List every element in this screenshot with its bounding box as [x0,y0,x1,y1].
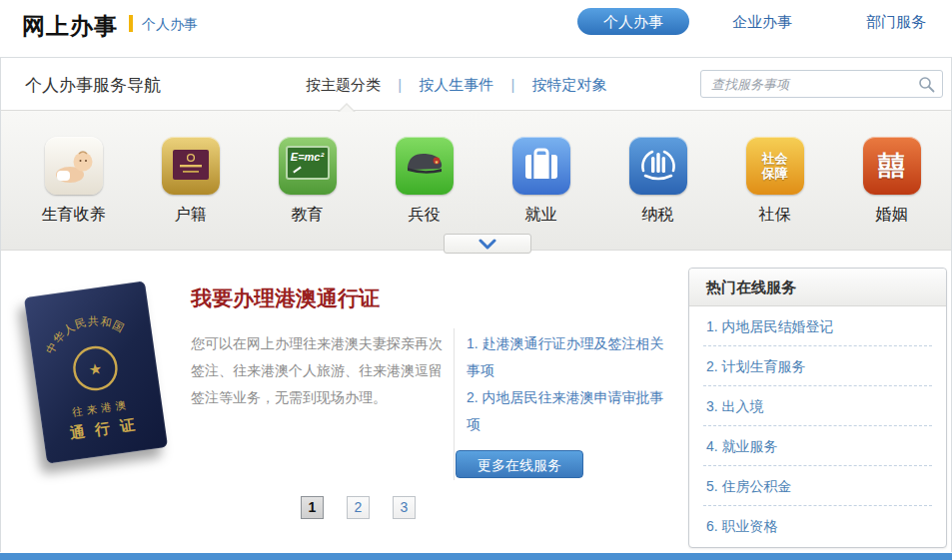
feature-links: 1. 赴港澳通行证办理及签注相关事项 2. 内地居民往来港澳申请审批事项 [467,330,676,438]
category-label: 婚姻 [833,205,950,226]
category-household-register[interactable]: 户籍 [132,137,249,250]
passport-emblem-star: ★ [88,359,104,378]
active-tab-caret [338,103,356,112]
hot-service-link-5[interactable]: 5. 住房公积金 [703,466,932,506]
search-icon[interactable] [918,76,935,93]
category-label: 纳税 [599,205,716,226]
chevron-down-icon [475,239,500,251]
hot-service-link-3[interactable]: 3. 出入境 [703,386,932,426]
category-marriage[interactable]: 囍 婚姻 [833,137,950,250]
hot-service-link-1[interactable]: 1. 内地居民结婚登记 [703,306,932,346]
briefcase-icon [512,137,570,195]
tab-divider: | [398,76,402,93]
tab-by-target-group[interactable]: 按特定对象 [532,76,607,95]
category-birth-adoption[interactable]: 生育收养 [15,137,132,250]
page-button-1[interactable]: 1 [301,496,324,519]
double-happiness-icon: 囍 [863,137,921,195]
passport-line1: 往来港澳 [71,398,130,418]
feature-description: 您可以在网上办理往来港澳夫妻探亲再次签注、往来港澳个人旅游、往来港澳逗留签注等业… [191,330,449,411]
site-title: 网上办事 [22,11,118,42]
category-label: 就业 [482,205,599,226]
carousel-pagination: 1 2 3 [301,496,416,519]
tab-department-services[interactable]: 部门服务 [866,13,926,32]
service-search-box [700,70,943,98]
header: 网上办事 个人办事 个人办事 企业办事 部门服务 [0,0,952,57]
blackboard-icon: E=mc² [279,137,337,195]
collapse-strip-button[interactable] [444,234,531,254]
hot-services-title: 热门在线服务 [689,269,946,306]
tab-by-theme[interactable]: 按主题分类 [306,76,381,95]
double-happiness-glyph: 囍 [863,137,921,195]
tab-divider: | [510,76,514,93]
feature-title: 我要办理港澳通行证 [191,284,380,312]
tab-personal-services[interactable]: 个人办事 [577,8,689,35]
passport-image: 中华人民共和国 ★ 往来港澳 通 行 证 [21,282,181,474]
tab-enterprise-services[interactable]: 企业办事 [732,13,792,32]
vertical-divider [454,328,455,480]
more-online-services-button[interactable]: 更多在线服务 [456,450,583,478]
household-register-icon [162,137,220,195]
hot-service-link-4[interactable]: 4. 就业服务 [703,426,932,466]
passport-line2: 通 行 证 [68,415,139,441]
social-security-icon: 社会保障 [746,137,804,195]
promo-area: 中华人民共和国 ★ 往来港澳 通 行 证 我要办理港澳通行证 您可以在网上办理往… [1,251,951,552]
content-container: 个人办事服务导航 按主题分类 | 按人生事件 | 按特定对象 [0,57,952,552]
page-button-3[interactable]: 3 [393,496,416,519]
hot-service-link-6[interactable]: 6. 职业资格 [703,506,932,546]
category-label: 教育 [249,205,366,226]
category-label: 生育收养 [15,205,132,226]
category-strip: 生育收养 户籍 E=mc² [1,110,951,251]
tax-emblem-icon [629,137,687,195]
feature-link-2[interactable]: 2. 内地居民往来港澳申请审批事项 [467,384,676,438]
feature-link-1[interactable]: 1. 赴港澳通行证办理及签注相关事项 [467,330,676,384]
tab-by-life-event[interactable]: 按人生事件 [419,76,493,95]
formula-text: E=mc² [279,151,337,163]
title-divider-bar [129,15,133,32]
category-label: 户籍 [132,205,249,226]
online-services-page: 网上办事 个人办事 个人办事 企业办事 部门服务 个人办事服务导航 按主题分类 … [0,0,952,560]
current-section-label: 个人办事 [142,16,198,34]
bottom-accent-bar [0,553,952,560]
category-label: 社保 [716,205,833,226]
search-input[interactable] [701,71,913,97]
hot-services-panel: 热门在线服务 1. 内地居民结婚登记 2. 计划生育服务 3. 出入境 4. 就… [688,268,947,548]
service-nav-bar: 个人办事服务导航 按主题分类 | 按人生事件 | 按特定对象 [1,58,951,110]
category-social-security[interactable]: 社会保障 社保 [716,137,833,250]
category-tax[interactable]: 纳税 [599,137,716,250]
hot-service-link-2[interactable]: 2. 计划生育服务 [703,346,932,386]
baby-icon [45,137,103,195]
military-beret-icon: ★ [396,137,454,195]
nav-title: 个人办事服务导航 [25,74,161,97]
svg-text:★: ★ [434,159,439,165]
category-education[interactable]: E=mc² 教育 [249,137,366,250]
nav-tabs: 按主题分类 | 按人生事件 | 按特定对象 [306,76,607,95]
category-label: 兵役 [366,205,482,226]
page-button-2[interactable]: 2 [347,496,370,519]
social-security-icon-text: 社会保障 [760,151,790,181]
